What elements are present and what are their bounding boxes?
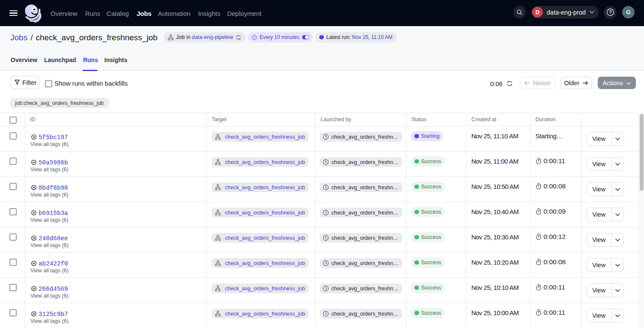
svg-text:?: ? — [609, 9, 612, 15]
